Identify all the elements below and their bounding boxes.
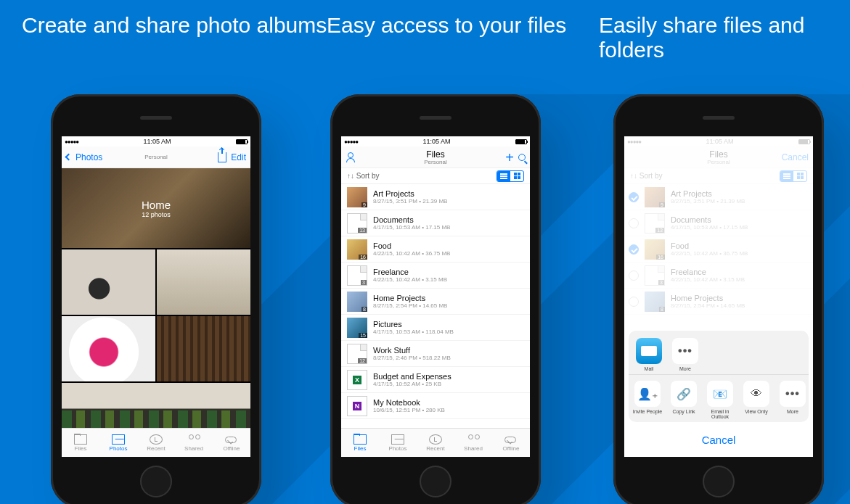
file-meta: 4/22/15, 10:42 AM • 3.15 MB — [671, 276, 807, 283]
share-option-more[interactable]: •••More — [669, 338, 701, 371]
tab-recent[interactable]: Recent — [137, 429, 175, 457]
file-row[interactable]: 9Art Projects8/27/15, 3:51 PM • 21.39 MB — [341, 184, 530, 210]
file-thumb: 8 — [645, 292, 665, 312]
share-option-mail[interactable]: Mail — [633, 338, 665, 371]
tab-bar: FilesPhotosRecentSharedOffline — [62, 428, 250, 457]
share-option-link[interactable]: 🔗Copy Link — [668, 381, 700, 419]
view-toggle[interactable] — [780, 170, 807, 182]
add-icon[interactable]: + — [505, 152, 514, 162]
share-option-outlook[interactable]: 📧Email in Outlook — [704, 381, 736, 419]
file-thumb: 9 — [347, 187, 367, 207]
file-row[interactable]: 8Home Projects8/27/15, 2:54 PM • 14.65 M… — [624, 289, 813, 315]
sort-arrows-icon: ↑↓ — [347, 172, 354, 180]
photo-tile[interactable] — [157, 316, 250, 381]
screen-share: ●●●●● 11:05 AM Files Personal Cancel ↑↓ … — [624, 136, 813, 457]
file-name: Documents — [671, 215, 807, 224]
home-button[interactable] — [703, 466, 735, 497]
files-icon — [74, 434, 87, 445]
photo-tile[interactable] — [62, 316, 155, 381]
account-icon[interactable] — [346, 152, 356, 162]
file-name: Work Stuff — [373, 346, 524, 355]
select-radio[interactable] — [629, 297, 639, 307]
file-row[interactable]: 16Food4/22/15, 10:42 AM • 36.75 MB — [624, 236, 813, 263]
album-hero[interactable]: Home 12 photos — [62, 168, 250, 248]
tab-photos[interactable]: Photos — [99, 429, 137, 457]
back-label[interactable]: Photos — [75, 152, 102, 162]
file-name: Budget and Expenses — [373, 372, 524, 381]
back-icon[interactable] — [65, 154, 73, 161]
tab-bar: FilesPhotosRecentSharedOffline — [341, 428, 530, 457]
grid-view-icon[interactable] — [510, 171, 523, 181]
photo-tile[interactable] — [62, 249, 155, 315]
share-option-label: More — [787, 409, 798, 414]
photos-icon — [112, 434, 125, 445]
view-toggle[interactable] — [496, 170, 524, 182]
share-apps-row: Mail•••More — [633, 338, 804, 371]
list-view-icon[interactable] — [497, 171, 510, 181]
outlook-icon: 📧 — [707, 381, 733, 407]
select-radio[interactable] — [629, 270, 639, 281]
signal-dots-icon: ●●●●● — [344, 139, 358, 145]
screen-albums: ●●●●● 11:05 AM Photos Personal Edit Home… — [62, 136, 250, 457]
share-option-person-plus[interactable]: 👤₊Invite People — [632, 381, 663, 419]
file-thumb: 15 — [347, 318, 367, 338]
tab-label: Recent — [147, 445, 165, 452]
list-view-icon[interactable] — [780, 171, 793, 181]
sort-label[interactable]: Sort by — [639, 172, 663, 180]
tab-offline[interactable]: Offline — [492, 429, 530, 457]
tab-label: Offline — [503, 445, 520, 452]
share-option-label: More — [679, 366, 691, 371]
file-list: 9Art Projects8/27/15, 3:51 PM • 21.39 MB… — [341, 184, 530, 428]
file-name: Freelance — [373, 268, 524, 276]
file-row[interactable]: 16Food4/22/15, 10:42 AM • 36.75 MB — [341, 236, 530, 263]
count-badge: 3 — [658, 280, 664, 285]
home-button[interactable] — [140, 466, 172, 497]
screen-files: ●●●●● 11:05 AM Files Personal + ↑↓ Sort … — [341, 136, 530, 457]
search-icon[interactable] — [518, 154, 526, 161]
photo-tile[interactable] — [157, 249, 250, 315]
caption-albums: Create and share photo albums — [22, 13, 327, 38]
file-row[interactable]: 3Freelance4/22/15, 10:42 AM • 3.15 MB — [341, 263, 530, 289]
recent-icon — [150, 434, 163, 445]
tab-shared[interactable]: Shared — [454, 429, 492, 457]
tab-offline[interactable]: Offline — [213, 429, 250, 457]
edit-button[interactable]: Edit — [231, 152, 246, 162]
select-radio[interactable] — [629, 244, 639, 255]
file-row[interactable]: 12Work Stuff8/27/15, 2:46 PM • 518.22 MB — [341, 341, 530, 367]
home-button[interactable] — [420, 466, 451, 497]
files-icon — [354, 434, 367, 445]
share-cancel-button[interactable]: Cancel — [629, 426, 809, 453]
file-row[interactable]: 15Pictures4/17/15, 10:53 AM • 118.04 MB — [341, 315, 530, 341]
count-badge: 13 — [655, 228, 664, 233]
photo-tile[interactable] — [62, 383, 250, 428]
sort-bar: ↑↓ Sort by — [341, 168, 530, 184]
share-option-eye[interactable]: 👁View Only — [740, 381, 772, 419]
share-icon[interactable] — [218, 152, 226, 162]
file-row[interactable]: 8Home Projects8/27/15, 2:54 PM • 14.65 M… — [341, 289, 530, 315]
tab-photos[interactable]: Photos — [379, 429, 417, 457]
tab-files[interactable]: Files — [341, 429, 379, 457]
tab-recent[interactable]: Recent — [417, 429, 454, 457]
file-row[interactable]: NMy Notebook10/6/15, 12:51 PM • 280 KB — [341, 393, 530, 419]
file-row[interactable]: 9Art Projects8/27/15, 3:51 PM • 21.39 MB — [624, 184, 813, 210]
file-row[interactable]: 3Freelance4/22/15, 10:42 AM • 3.15 MB — [624, 263, 813, 289]
tab-files[interactable]: Files — [62, 429, 99, 457]
battery-icon — [236, 139, 248, 144]
file-row[interactable]: XBudget and Expenses4/17/15, 10:52 AM • … — [341, 367, 530, 393]
count-badge: 12 — [358, 358, 367, 363]
clock: 11:05 AM — [706, 138, 734, 145]
share-option-label: View Only — [745, 409, 767, 414]
sort-label[interactable]: Sort by — [356, 172, 380, 180]
file-row[interactable]: 13Documents4/17/15, 10:53 AM • 17.15 MB — [341, 210, 530, 236]
nav-subtitle: Personal — [669, 160, 768, 165]
share-option-more[interactable]: •••More — [777, 381, 809, 419]
select-radio[interactable] — [629, 192, 639, 202]
tab-shared[interactable]: Shared — [175, 429, 213, 457]
grid-view-icon[interactable] — [793, 171, 806, 181]
file-meta: 4/17/15, 10:52 AM • 25 KB — [373, 381, 524, 387]
file-meta: 4/22/15, 10:42 AM • 36.75 MB — [373, 250, 524, 257]
file-row[interactable]: 13Documents4/17/15, 10:53 AM • 17.15 MB — [624, 210, 813, 236]
share-actions-row: 👤₊Invite People🔗Copy Link📧Email in Outlo… — [632, 381, 806, 419]
cancel-button[interactable]: Cancel — [782, 152, 809, 162]
select-radio[interactable] — [629, 218, 639, 228]
